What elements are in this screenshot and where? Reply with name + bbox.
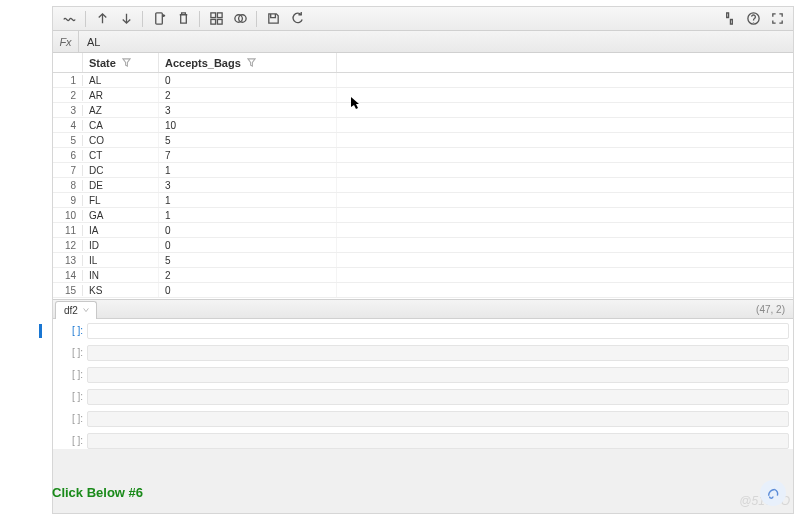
arrow-up-icon[interactable] [92, 9, 112, 29]
cell-accepts-bags[interactable]: 0 [159, 283, 337, 297]
data-grid[interactable]: 1AL02AR23AZ34CA105CO56CT77DC18DE39FL110G… [53, 73, 793, 299]
cell-state[interactable]: IA [83, 223, 159, 237]
arrow-down-icon[interactable] [116, 9, 136, 29]
collapse-icon[interactable] [719, 9, 739, 29]
chevron-down-icon[interactable] [82, 305, 90, 316]
table-row[interactable]: 3AZ3 [53, 103, 793, 118]
notebook-cell[interactable]: [ ]: [53, 433, 793, 449]
cell-accepts-bags[interactable]: 3 [159, 178, 337, 192]
row-number: 7 [53, 165, 83, 176]
table-row[interactable]: 13IL5 [53, 253, 793, 268]
cell-state[interactable]: IN [83, 268, 159, 282]
notebook-cells: [ ]:[ ]:[ ]:[ ]:[ ]:[ ]: [53, 319, 793, 449]
toolbar [53, 7, 793, 31]
cell-state[interactable]: GA [83, 208, 159, 222]
notebook-cell[interactable]: [ ]: [53, 323, 793, 339]
column-label: State [89, 57, 116, 69]
formula-bar: Fx AL [53, 31, 793, 53]
cell-accepts-bags[interactable]: 2 [159, 268, 337, 282]
cell-accepts-bags[interactable]: 5 [159, 253, 337, 267]
cell-input[interactable] [87, 433, 789, 449]
cell-accepts-bags[interactable]: 1 [159, 193, 337, 207]
table-row[interactable]: 11IA0 [53, 223, 793, 238]
table-row[interactable]: 14IN2 [53, 268, 793, 283]
notebook-cell[interactable]: [ ]: [53, 411, 793, 427]
cell-accepts-bags[interactable]: 1 [159, 208, 337, 222]
cell-state[interactable]: CO [83, 133, 159, 147]
cell-state[interactable]: DC [83, 163, 159, 177]
cell-accepts-bags[interactable]: 0 [159, 238, 337, 252]
save-icon[interactable] [263, 9, 283, 29]
cell-state[interactable]: AL [83, 73, 159, 87]
cell-accepts-bags[interactable]: 1 [159, 163, 337, 177]
cell-state[interactable]: CA [83, 118, 159, 132]
add-column-icon[interactable] [149, 9, 169, 29]
row-number: 1 [53, 75, 83, 86]
cell-accepts-bags[interactable]: 5 [159, 133, 337, 147]
expand-icon[interactable] [767, 9, 787, 29]
row-number: 14 [53, 270, 83, 281]
svg-rect-2 [217, 13, 222, 18]
cell-input[interactable] [87, 389, 789, 405]
cell-input[interactable] [87, 367, 789, 383]
trash-icon[interactable] [173, 9, 193, 29]
venn-icon[interactable] [230, 9, 250, 29]
grid-icon[interactable] [206, 9, 226, 29]
table-row[interactable]: 6CT7 [53, 148, 793, 163]
cell-state[interactable]: IL [83, 253, 159, 267]
sheet-tab[interactable]: df2 [55, 301, 97, 319]
svg-rect-4 [217, 19, 222, 24]
cell-prompt: [ ]: [53, 411, 87, 427]
assistant-fab[interactable] [760, 480, 786, 506]
filter-icon[interactable] [122, 57, 131, 69]
column-label: Accepts_Bags [165, 57, 241, 69]
cell-state[interactable]: DE [83, 178, 159, 192]
wave-icon[interactable] [59, 9, 79, 29]
help-icon[interactable] [743, 9, 763, 29]
column-header-state[interactable]: State [83, 53, 159, 72]
refresh-icon[interactable] [287, 9, 307, 29]
table-row[interactable]: 10GA1 [53, 208, 793, 223]
row-number: 13 [53, 255, 83, 266]
table-row[interactable]: 9FL1 [53, 193, 793, 208]
cell-input[interactable] [87, 411, 789, 427]
table-row[interactable]: 7DC1 [53, 163, 793, 178]
column-header-accepts-bags[interactable]: Accepts_Bags [159, 53, 337, 72]
notebook-cell[interactable]: [ ]: [53, 367, 793, 383]
cell-state[interactable]: AR [83, 88, 159, 102]
cell-state[interactable]: AZ [83, 103, 159, 117]
svg-rect-1 [210, 13, 215, 18]
cell-state[interactable]: CT [83, 148, 159, 162]
cell-accepts-bags[interactable]: 3 [159, 103, 337, 117]
cell-state[interactable]: ID [83, 238, 159, 252]
cell-accepts-bags[interactable]: 7 [159, 148, 337, 162]
cell-state[interactable]: KS [83, 283, 159, 297]
fx-value[interactable]: AL [79, 36, 100, 48]
row-number: 8 [53, 180, 83, 191]
table-row[interactable]: 1AL0 [53, 73, 793, 88]
table-row[interactable]: 2AR2 [53, 88, 793, 103]
rownum-header [53, 53, 83, 72]
row-number: 3 [53, 105, 83, 116]
cell-accepts-bags[interactable]: 0 [159, 223, 337, 237]
sheet-bar: df2 (47, 2) [53, 299, 793, 319]
cell-input[interactable] [87, 345, 789, 361]
notebook-cell[interactable]: [ ]: [53, 345, 793, 361]
row-number: 11 [53, 225, 83, 236]
table-row[interactable]: 12ID0 [53, 238, 793, 253]
cell-accepts-bags[interactable]: 0 [159, 73, 337, 87]
table-row[interactable]: 15KS0 [53, 283, 793, 298]
cell-accepts-bags[interactable]: 2 [159, 88, 337, 102]
filter-icon[interactable] [247, 57, 256, 69]
table-row[interactable]: 4CA10 [53, 118, 793, 133]
cursor-icon [350, 96, 360, 110]
notebook-cell[interactable]: [ ]: [53, 389, 793, 405]
row-number: 10 [53, 210, 83, 221]
cell-accepts-bags[interactable]: 10 [159, 118, 337, 132]
cell-input[interactable] [87, 323, 789, 339]
table-row[interactable]: 8DE3 [53, 178, 793, 193]
svg-rect-3 [210, 19, 215, 24]
cell-prompt: [ ]: [53, 433, 87, 449]
table-row[interactable]: 5CO5 [53, 133, 793, 148]
cell-state[interactable]: FL [83, 193, 159, 207]
